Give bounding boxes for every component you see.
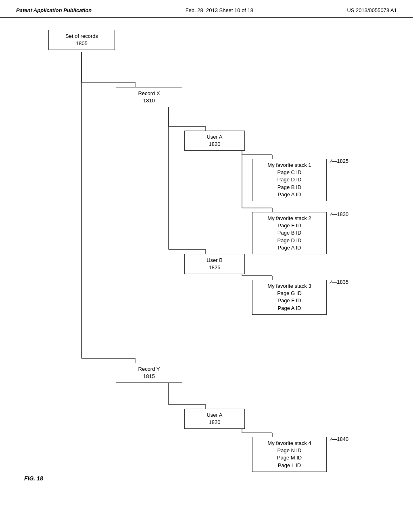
box-stack-4: My favorite stack 4 Page N ID Page M ID … — [252, 437, 327, 472]
fig-label: FIG. 18 — [24, 475, 43, 482]
box-user-a-1: User A 1820 — [184, 131, 245, 151]
header-left: Patent Application Publication — [16, 7, 92, 13]
box-record-x: Record X 1810 — [116, 87, 182, 107]
box-stack-1: My favorite stack 1 Page C ID Page D ID … — [252, 159, 327, 201]
label-1835: ∕—1835 — [331, 279, 348, 285]
header-right: US 2013/0055078 A1 — [347, 7, 397, 13]
box-set-of-records: Set of records 1805 — [48, 30, 115, 50]
box-user-b: User B 1825 — [184, 254, 245, 274]
label-1830: ∕—1830 — [331, 211, 348, 217]
label-1840: ∕—1840 — [331, 436, 348, 442]
box-stack-3: My favorite stack 3 Page G ID Page F ID … — [252, 280, 327, 315]
box-stack-2: My favorite stack 2 Page F ID Page B ID … — [252, 212, 327, 254]
label-1825: ∕—1825 — [331, 158, 348, 164]
diagram: Set of records 1805 Record X 1810 User A… — [0, 18, 413, 513]
header-center: Feb. 28, 2013 Sheet 10 of 18 — [186, 7, 253, 13]
box-user-a-2: User A 1820 — [184, 409, 245, 429]
box-record-y: Record Y 1815 — [116, 363, 182, 383]
page-header: Patent Application Publication Feb. 28, … — [0, 0, 413, 18]
